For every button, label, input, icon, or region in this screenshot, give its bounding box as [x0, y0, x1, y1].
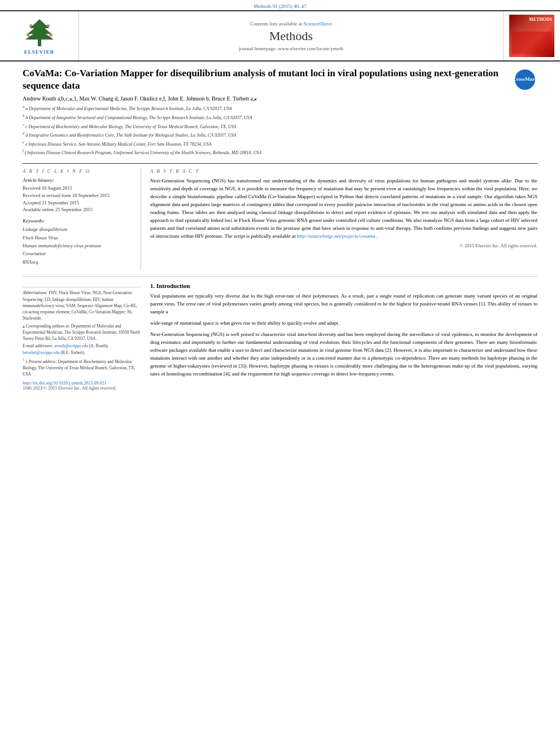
elsevier-logo-section: ELSEVIER: [0, 11, 79, 60]
keyword-2: Flock House Virus: [23, 234, 134, 242]
email1-link[interactable]: arouth@scripps.edu: [54, 343, 88, 348]
methods-cover-label: METHODS: [529, 17, 552, 23]
journal-name-section: Contents lists available at ScienceDirec…: [79, 11, 504, 60]
keywords-label: Keywords:: [23, 218, 134, 224]
elsevier-label: ELSEVIER: [24, 49, 55, 55]
copyright-line: © 2015 Elsevier Inc. All rights reserved…: [150, 243, 537, 248]
email2-link[interactable]: betorbet@scripps.edu: [23, 350, 59, 355]
issn-line: 1046-2023/© 2015 Elsevier Inc. All right…: [23, 386, 141, 391]
doi-link[interactable]: http://dx.doi.org/10.1016/j.ymeth.2015.0…: [23, 381, 107, 386]
abstract-col: A B S T R A C T Next-Generation Sequenci…: [150, 168, 537, 270]
intro-para2: wide-range of mutational space is what g…: [150, 320, 537, 327]
svg-point-5: [46, 24, 50, 28]
elsevier-tree-icon: [20, 17, 59, 48]
homepage-line: journal homepage: www.elsevier.com/locat…: [239, 46, 343, 51]
history-label: Article history:: [23, 177, 134, 183]
affil-e: e e Infectious Disease Service, San Anto…: [23, 139, 509, 148]
elsevier-logo: ELSEVIER: [20, 17, 59, 55]
sciencedirect-link[interactable]: ScienceDirect: [304, 21, 332, 27]
page: Methods 91 (2015) 40–47 EL: [0, 0, 560, 747]
crossmark-badge: CrossMark: [515, 69, 537, 92]
authors-line: Andrew Routh a,b,c,⁎,1, Max W. Chang d, …: [23, 95, 509, 102]
svg-point-4: [29, 24, 33, 28]
body-right-col: 1. Introduction Viral populations are ty…: [150, 282, 537, 391]
affil-b: b b Department of Integrative Structural…: [23, 113, 509, 121]
main-content: CoVaMa: Co-Variation Mapper for disequil…: [0, 62, 560, 396]
article-info-col: A R T I C L E I N F O Article history: R…: [23, 168, 141, 270]
intro-para3: Next-Generation Sequencing (NGS) is well…: [150, 331, 537, 378]
methods-cover-decoration: [512, 32, 552, 54]
intro-heading: 1. Introduction: [150, 282, 537, 289]
methods-cover: METHODS: [509, 15, 554, 57]
covama-link[interactable]: http://sourceforge.net/projects/covama: [297, 233, 375, 239]
affil-c: c c Department of Biochemistry and Molec…: [23, 122, 509, 130]
journal-cover-section: METHODS: [504, 11, 560, 60]
email-note: E-mail addresses: arouth@scripps.edu (A.…: [23, 343, 141, 356]
journal-name: Methods: [269, 29, 313, 43]
article-history-block: Article history: Received 10 August 2015…: [23, 177, 134, 213]
doi-line: http://dx.doi.org/10.1016/j.ymeth.2015.0…: [23, 381, 141, 386]
svg-point-7: [49, 33, 53, 37]
sciencedirect-line: Contents lists available at ScienceDirec…: [250, 21, 332, 27]
present-address-note: 1 1 Present address: Department of Bioch…: [23, 357, 141, 377]
svg-point-6: [27, 33, 30, 37]
revised-date: Received in revised form 18 September 20…: [23, 192, 134, 199]
article-info-abstract-section: A R T I C L E I N F O Article history: R…: [23, 168, 537, 270]
affil-d: d d Integrative Genomics and Bioinformat…: [23, 130, 509, 139]
crossmark-icon: CrossMark: [515, 69, 535, 90]
abstract-text: Next-Generation Sequencing (NGS) has tra…: [150, 177, 537, 241]
body-left-col: Abbreviations: FHV, Flock House Virus; N…: [23, 282, 141, 391]
footnotes-area: Abbreviations: FHV, Flock House Virus; N…: [23, 287, 141, 391]
journal-reference: Methods 91 (2015) 40–47: [0, 0, 560, 10]
keyword-3: Human immunodeficiency virus protease: [23, 242, 134, 250]
abbrev-note: Abbreviations: FHV, Flock House Virus; N…: [23, 290, 141, 321]
affil-a: a a Department of Molecular and Experime…: [23, 104, 509, 112]
abstract-label: A B S T R A C T: [150, 168, 537, 174]
available-date: Available online 25 September 2015: [23, 206, 134, 213]
keywords-list: Linkage disequilibrium Flock House Virus…: [23, 225, 134, 266]
body-content: Abbreviations: FHV, Flock House Virus; N…: [23, 276, 537, 391]
keyword-4: Covariation: [23, 250, 134, 257]
accepted-date: Accepted 21 September 2015: [23, 199, 134, 207]
article-title-text: CoVaMa: Co-Variation Mapper for disequil…: [23, 67, 509, 159]
keyword-5: RNAseq: [23, 258, 134, 266]
article-title-section: CoVaMa: Co-Variation Mapper for disequil…: [23, 67, 537, 164]
affiliations: a a Department of Molecular and Experime…: [23, 104, 509, 156]
corresponding-note: ⁎ Corresponding authors at: Department o…: [23, 323, 141, 342]
intro-para1: Viral populations are typically very div…: [150, 292, 537, 316]
keywords-block: Keywords: Linkage disequilibrium Flock H…: [23, 218, 134, 266]
article-info-label: A R T I C L E I N F O: [23, 168, 134, 174]
keyword-1: Linkage disequilibrium: [23, 225, 134, 233]
svg-rect-0: [38, 38, 41, 46]
received-date: Received 10 August 2015: [23, 185, 134, 192]
article-title: CoVaMa: Co-Variation Mapper for disequil…: [23, 67, 509, 92]
affil-f: f f Infectious Disease Clinical Research…: [23, 148, 509, 156]
journal-header: ELSEVIER Contents lists available at Sci…: [0, 10, 560, 62]
